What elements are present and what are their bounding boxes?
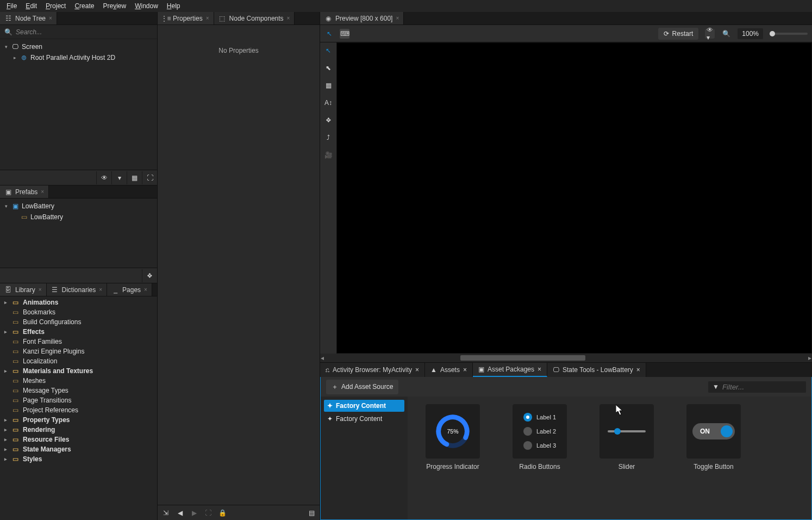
tab-library[interactable]: 🗄 Library ×: [0, 283, 47, 296]
close-icon[interactable]: ×: [99, 287, 102, 293]
eye-icon[interactable]: 👁 ▾: [705, 29, 715, 39]
preview-scrollbar-h[interactable]: ◂ ▸: [320, 354, 812, 362]
expand-icon[interactable]: ▸: [3, 437, 8, 442]
close-icon[interactable]: ×: [287, 15, 290, 21]
asset-toggle-button[interactable]: ON Toggle Button: [678, 404, 749, 512]
asset-radio-buttons[interactable]: Label 1 Label 2 Label 3: [504, 404, 575, 512]
next-icon[interactable]: ▶: [189, 508, 199, 518]
tab-state-tools[interactable]: 🖵 State Tools - LowBattery ×: [547, 363, 646, 377]
close-icon[interactable]: ×: [144, 287, 147, 293]
library-item[interactable]: ▭Localization: [0, 356, 157, 366]
expand-all-icon[interactable]: ⛶: [142, 171, 157, 184]
tab-asset-packages[interactable]: ▣ Asset Packages ×: [473, 363, 547, 377]
library-item[interactable]: ▸▭Property Types: [0, 415, 157, 425]
tab-properties[interactable]: ⋮≡ Properties ×: [158, 12, 214, 24]
library-item[interactable]: ▸▭State Managers: [0, 444, 157, 454]
menu-project[interactable]: Project: [41, 1, 70, 11]
link-icon[interactable]: ⇲: [161, 508, 171, 518]
close-icon[interactable]: ×: [49, 15, 52, 21]
source-factory-content-1[interactable]: ✦ Factory Content: [324, 400, 404, 412]
library-item[interactable]: ▸▭Materials and Textures: [0, 366, 157, 376]
expand-icon[interactable]: ▸: [3, 447, 8, 452]
layers-icon[interactable]: ❖: [323, 115, 333, 125]
camera-icon[interactable]: 🎥: [323, 150, 333, 160]
expand-icon[interactable]: ▸: [12, 55, 17, 60]
tab-prefabs[interactable]: ▣ Prefabs ×: [0, 185, 49, 198]
prev-icon[interactable]: ◀: [175, 508, 185, 518]
prefab-row-1[interactable]: ▾ ▣ LowBattery: [0, 201, 157, 212]
library-item[interactable]: ▭Meshes: [0, 376, 157, 386]
close-icon[interactable]: ×: [415, 366, 419, 374]
menu-create[interactable]: Create: [70, 1, 98, 11]
visibility-icon[interactable]: 👁: [96, 171, 111, 184]
tab-assets[interactable]: ▲ Assets ×: [425, 363, 473, 377]
tab-pages[interactable]: ⎯ Pages ×: [107, 283, 152, 296]
panel-icon[interactable]: ▤: [307, 508, 316, 518]
menu-file[interactable]: File: [2, 1, 21, 11]
expand-icon[interactable]: ▸: [3, 329, 8, 335]
filter-icon[interactable]: ▾: [111, 171, 127, 184]
library-item[interactable]: ▭Font Families: [0, 337, 157, 346]
library-item[interactable]: ▸▭Styles: [0, 454, 157, 464]
library-item[interactable]: ▭Project References: [0, 405, 157, 415]
layers-icon[interactable]: ❖: [142, 269, 157, 282]
library-item[interactable]: ▭Bookmarks: [0, 307, 157, 317]
source-factory-content-2[interactable]: ✦ Factory Content: [324, 413, 404, 425]
menu-window[interactable]: Window: [130, 1, 163, 11]
filter-input[interactable]: [722, 383, 812, 391]
close-icon[interactable]: ×: [396, 15, 399, 21]
keyboard-icon[interactable]: ⌨: [340, 29, 349, 39]
tab-node-components[interactable]: ⬚ Node Components ×: [214, 12, 295, 24]
menu-preview[interactable]: Preview: [98, 1, 130, 11]
preview-canvas[interactable]: [336, 42, 812, 354]
tab-preview[interactable]: ◉ Preview [800 x 600] ×: [320, 12, 404, 24]
tree-screen-row[interactable]: ▾ 🖵 Screen: [0, 41, 157, 52]
cursor-icon[interactable]: ⬉: [323, 63, 333, 73]
search-zoom-icon[interactable]: 🔍: [721, 29, 731, 39]
close-icon[interactable]: ×: [538, 366, 541, 373]
library-item[interactable]: ▸▭Resource Files: [0, 435, 157, 444]
expand-icon[interactable]: ▸: [3, 456, 8, 462]
grid-icon[interactable]: ▦: [127, 171, 142, 184]
zoom-value[interactable]: 100%: [738, 28, 763, 39]
add-asset-source-button[interactable]: ＋ Add Asset Source: [326, 380, 398, 394]
tree-root-row[interactable]: ▸ ⊚ Root Parallel Activity Host 2D: [0, 52, 157, 63]
close-icon[interactable]: ×: [39, 287, 42, 293]
library-item[interactable]: ▭Build Configurations: [0, 317, 157, 327]
asset-slider[interactable]: Slider: [591, 404, 662, 512]
expand-icon[interactable]: ▸: [3, 300, 8, 305]
restart-button[interactable]: ⟳ Restart: [658, 28, 699, 40]
close-icon[interactable]: ×: [206, 15, 209, 21]
properties-toolbar: ⇲ ◀ ▶ ⛶ 🔒 ▤: [158, 505, 320, 520]
target-icon[interactable]: ⛶: [203, 508, 213, 518]
interact-icon[interactable]: ↖: [323, 46, 333, 55]
tab-dictionaries[interactable]: ☰ Dictionaries ×: [47, 283, 108, 296]
zoom-slider[interactable]: [770, 33, 808, 35]
library-item[interactable]: ▭Message Types: [0, 386, 157, 395]
close-icon[interactable]: ×: [636, 366, 640, 374]
search-input[interactable]: [16, 28, 153, 36]
interact-tool-icon[interactable]: ↖: [324, 29, 334, 39]
share-icon[interactable]: ⤴: [323, 133, 333, 143]
lock-icon[interactable]: 🔒: [217, 508, 227, 518]
collapse-icon[interactable]: ▾: [3, 44, 9, 49]
expand-icon[interactable]: ▸: [3, 368, 8, 374]
library-item[interactable]: ▭Kanzi Engine Plugins: [0, 346, 157, 356]
library-item[interactable]: ▭Page Transitions: [0, 395, 157, 405]
expand-icon[interactable]: ▸: [3, 417, 8, 423]
text-icon[interactable]: A↕: [323, 98, 333, 108]
prefab-row-2[interactable]: ▭ LowBattery: [0, 212, 157, 222]
library-item[interactable]: ▸▭Animations: [0, 298, 157, 307]
expand-icon[interactable]: ▸: [3, 427, 8, 432]
library-item[interactable]: ▸▭Effects: [0, 327, 157, 337]
close-icon[interactable]: ×: [41, 189, 44, 195]
menu-edit[interactable]: Edit: [21, 1, 41, 11]
close-icon[interactable]: ×: [463, 366, 467, 374]
table-icon[interactable]: ▦: [323, 81, 333, 90]
menu-help[interactable]: Help: [163, 1, 185, 11]
tab-activity-browser[interactable]: ⎌ Activity Browser: MyActivity ×: [320, 363, 425, 377]
tab-node-tree[interactable]: ☷ Node Tree ×: [0, 12, 57, 24]
collapse-icon[interactable]: ▾: [3, 203, 9, 209]
library-item[interactable]: ▸▭Rendering: [0, 425, 157, 435]
asset-progress-indicator[interactable]: 75% Progress Indicator: [417, 404, 488, 512]
